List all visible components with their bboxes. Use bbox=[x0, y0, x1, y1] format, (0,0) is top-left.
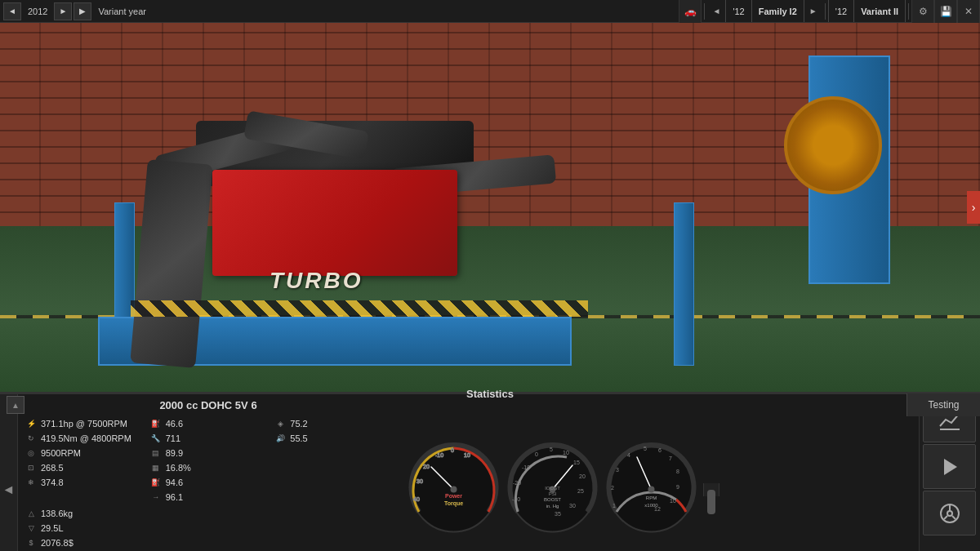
steering-btn[interactable] bbox=[923, 491, 976, 535]
svg-text:RPM: RPM bbox=[646, 495, 657, 500]
stat-899: ▤ 89.9 bbox=[149, 446, 268, 460]
prev-year-btn[interactable]: ◄ bbox=[3, 2, 21, 20]
top-bar: ◄ 2012 ► ▶ Variant year 🚗 ◄ '12 Family I… bbox=[0, 0, 980, 23]
svg-point-31 bbox=[648, 487, 655, 493]
family-year-label: '12 bbox=[725, 0, 751, 22]
variant-nav-section: '12 Variant II bbox=[828, 0, 906, 22]
arrow-icon: → bbox=[149, 491, 163, 504]
sound-pre-icon: ◈ bbox=[274, 417, 287, 430]
emit-icon: 🔊 bbox=[274, 432, 287, 445]
svg-text:Torque: Torque bbox=[444, 500, 463, 507]
stat-946: ⛽ 94.6 bbox=[149, 475, 268, 490]
family-year-next-btn[interactable]: ► bbox=[804, 2, 822, 20]
power-torque-gauge-wrap: 40 30 20 -10 0 10 Power Torque bbox=[407, 442, 501, 536]
svg-text:30: 30 bbox=[569, 503, 576, 509]
svg-text:10: 10 bbox=[464, 452, 470, 458]
svg-text:20: 20 bbox=[423, 464, 430, 469]
stats-bar: ▲ Statistics Testing bbox=[0, 393, 980, 394]
engine-title: 2000 cc DOHC 5V 6 bbox=[24, 399, 392, 411]
year-nav-section: ◄ 2012 ► ▶ Variant year bbox=[0, 0, 154, 22]
val-899: 89.9 bbox=[166, 448, 183, 458]
car-icon-btn[interactable]: 🚗 bbox=[679, 0, 702, 23]
val-46: 46.6 bbox=[166, 419, 183, 429]
play-btn[interactable]: ▶ bbox=[74, 2, 91, 20]
engine-turbo-label: TURBO bbox=[270, 268, 363, 294]
svg-text:5: 5 bbox=[644, 446, 647, 451]
family-year-prev-btn[interactable]: ◄ bbox=[707, 2, 725, 20]
svg-text:-10: -10 bbox=[435, 452, 443, 458]
scroll-area bbox=[703, 483, 719, 496]
val-961: 96.1 bbox=[166, 492, 183, 502]
svg-text:10: 10 bbox=[670, 498, 676, 504]
stats-title: Statistics bbox=[466, 388, 514, 400]
rpm-value: 9500RPM bbox=[41, 448, 81, 458]
val-2076: 2076.8$ bbox=[41, 538, 74, 548]
torque-value: 419.5Nm @ 4800RPM bbox=[41, 433, 131, 443]
viewport-right-arrow[interactable]: › bbox=[967, 191, 980, 224]
svg-text:5: 5 bbox=[550, 447, 553, 452]
svg-line-51 bbox=[952, 516, 956, 519]
boost-gauge: -30 -20 -10 0 5 10 15 20 25 30 35 bbox=[506, 442, 599, 536]
svg-text:3: 3 bbox=[616, 467, 619, 473]
svg-text:PSI: PSI bbox=[549, 491, 557, 496]
svg-text:35: 35 bbox=[555, 511, 561, 517]
testing-button[interactable]: Testing bbox=[906, 393, 980, 416]
engine2-icon: 🔧 bbox=[149, 432, 163, 445]
play-nav-right-btn[interactable] bbox=[923, 444, 976, 489]
stat-555: 🔊 55.5 bbox=[274, 431, 392, 446]
svg-text:in. Hg: in. Hg bbox=[546, 504, 559, 509]
dyno-wheel bbox=[784, 96, 882, 194]
torque-icon: ↻ bbox=[24, 432, 38, 445]
power-torque-gauge-svg: 40 30 20 -10 0 10 Power Torque bbox=[407, 442, 501, 536]
fuel2-icon: ⛽ bbox=[149, 476, 163, 489]
cool-icon: ❄ bbox=[24, 476, 38, 489]
svg-text:7: 7 bbox=[669, 455, 672, 461]
stat-138: △ 138.6kg bbox=[24, 506, 143, 521]
close-btn[interactable]: ✕ bbox=[957, 0, 980, 23]
val-168: 16.8% bbox=[166, 463, 191, 473]
svg-text:x1000: x1000 bbox=[644, 503, 658, 508]
stat-46: ⛽ 46.6 bbox=[149, 416, 268, 431]
boost-gauge-svg: -30 -20 -10 0 5 10 15 20 25 30 35 bbox=[506, 442, 599, 536]
scroll-thumb[interactable] bbox=[707, 490, 715, 514]
stats-col2: ⛽ 46.6 🔧 711 ▤ 89.9 ▦ 1 bbox=[149, 416, 268, 504]
stats-prev-btn[interactable]: ◄ bbox=[0, 394, 18, 551]
stats-content: 2000 cc DOHC 5V 6 ⚡ 371.1hp @ 7500RPM ↻ … bbox=[18, 394, 919, 551]
svg-text:40: 40 bbox=[413, 496, 420, 502]
stats-col1: ⚡ 371.1hp @ 7500RPM ↻ 419.5Nm @ 4800RPM … bbox=[24, 416, 143, 504]
eff-icon: ▤ bbox=[149, 447, 163, 460]
engine-viewport: TURBO › bbox=[0, 23, 980, 392]
svg-text:30: 30 bbox=[416, 478, 423, 484]
cool-value: 374.8 bbox=[41, 478, 64, 487]
divider3 bbox=[908, 3, 909, 20]
rpm-gauge: 1 2 3 4 5 6 7 8 9 10 12 bbox=[604, 442, 698, 536]
stat-961: → 96.1 bbox=[149, 490, 268, 504]
svg-text:20: 20 bbox=[579, 473, 586, 479]
svg-text:6: 6 bbox=[658, 447, 662, 453]
stat-711: 🔧 711 bbox=[149, 431, 268, 446]
svg-text:0: 0 bbox=[535, 451, 538, 457]
svg-text:IOOST: IOOST bbox=[545, 486, 560, 491]
rpm-icon: ◎ bbox=[24, 447, 38, 460]
settings-btn[interactable]: ⚙ bbox=[911, 0, 934, 23]
stats-grid: ⚡ 371.1hp @ 7500RPM ↻ 419.5Nm @ 4800RPM … bbox=[24, 416, 392, 551]
family-name-label: Family I2 bbox=[752, 0, 804, 22]
stat-295: ▽ 29.5L bbox=[24, 521, 143, 535]
save-btn[interactable]: 💾 bbox=[934, 0, 957, 23]
right-buttons-panel bbox=[919, 394, 980, 551]
stat-rpm: ◎ 9500RPM bbox=[24, 446, 143, 460]
next-year-btn[interactable]: ► bbox=[54, 2, 72, 20]
stats-left-panel: 2000 cc DOHC 5V 6 ⚡ 371.1hp @ 7500RPM ↻ … bbox=[24, 399, 392, 551]
svg-text:-10: -10 bbox=[522, 464, 530, 470]
stat-2076: $ 2076.8$ bbox=[24, 535, 143, 550]
fuel-icon: ⛽ bbox=[149, 417, 163, 430]
svg-text:8: 8 bbox=[676, 469, 679, 474]
weight-icon: ⊡ bbox=[24, 461, 38, 474]
hp-value: 371.1hp @ 7500RPM bbox=[41, 419, 127, 429]
collapse-btn[interactable]: ▲ bbox=[7, 396, 24, 414]
power-torque-gauge: 40 30 20 -10 0 10 Power Torque bbox=[407, 442, 501, 536]
svg-marker-46 bbox=[944, 459, 957, 475]
svg-text:2: 2 bbox=[611, 485, 614, 491]
engine-block: TURBO bbox=[180, 121, 490, 284]
weight-value: 268.5 bbox=[41, 463, 64, 473]
